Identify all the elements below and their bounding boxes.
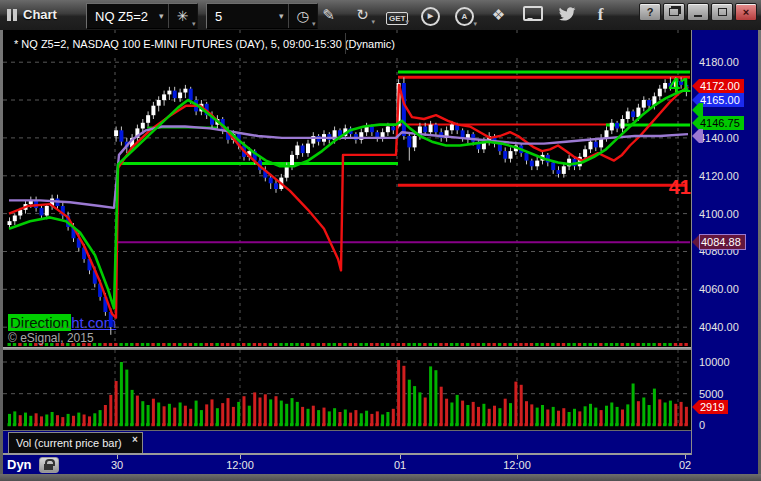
refresh-icon: ↻ — [356, 6, 369, 23]
chevron-down-icon: ▾ — [371, 18, 375, 26]
copyright-notice: © eSignal, 2015 — [8, 331, 94, 345]
time-axis-label: 01 — [394, 459, 406, 471]
volume-axis-label: 5000 — [699, 388, 723, 400]
price-axis-label: 4100.00 — [699, 208, 739, 220]
facebook-icon: f — [598, 5, 604, 24]
close-button[interactable]: × — [735, 3, 757, 21]
interval-dropdown[interactable]: 5 ▾ — [207, 4, 288, 28]
clock-icon: ◷ — [296, 8, 308, 24]
window-title: Chart — [23, 7, 57, 22]
twitter-icon — [558, 7, 576, 21]
time-axis-label: 30 — [111, 459, 123, 471]
symbol-value: NQ Z5=2 — [95, 9, 153, 24]
tab-volume-study[interactable]: Vol (current price bar) × — [8, 432, 143, 453]
title-bar[interactable]: Chart NQ Z5=2 ▾ ✳ ▾ 5 ▾ ◷ ▾ ✎ ↻▾ G — [0, 0, 761, 30]
minimize-button[interactable] — [687, 3, 709, 21]
diamond-arrows-icon: ❖ — [492, 6, 505, 23]
time-axis[interactable]: Dyn 3012:000112:0002 — [3, 455, 758, 474]
strategy-button[interactable]: ❖ — [488, 6, 509, 24]
price-chart-canvas[interactable]: 4141 — [3, 30, 691, 350]
volume-chart-canvas[interactable] — [3, 350, 691, 430]
indicator-tab-row: Vol (current price bar) × — [3, 430, 691, 455]
volume-axis-label: 10000 — [699, 356, 730, 368]
chat-button[interactable] — [522, 6, 543, 24]
chevron-down-icon: ▾ — [192, 20, 196, 28]
dynamic-mode-label: Dyn — [7, 457, 32, 472]
chevron-down-icon: ▾ — [279, 11, 284, 21]
play-icon: ▶ — [421, 7, 440, 26]
get-data-button[interactable]: GET▾ — [386, 7, 407, 24]
window-buttons: ? × — [639, 3, 757, 21]
svg-text:41: 41 — [669, 176, 691, 198]
chevron-down-icon: ▾ — [159, 11, 164, 21]
twitter-share-button[interactable] — [556, 7, 577, 24]
close-icon[interactable]: × — [132, 434, 138, 445]
maximize-icon — [718, 8, 727, 16]
lock-button[interactable] — [39, 457, 59, 473]
dock-button[interactable] — [663, 3, 685, 21]
pane-splitter[interactable] — [3, 347, 758, 350]
maximize-button[interactable] — [711, 3, 733, 21]
dock-icon — [669, 8, 679, 16]
chevron-down-icon: ▾ — [405, 18, 409, 26]
chevron-down-icon: ▾ — [312, 20, 316, 28]
price-axis-label: 4120.00 — [699, 170, 739, 182]
price-axis-label: 4060.00 — [699, 283, 739, 295]
symbol-dropdown[interactable]: NQ Z5=2 ▾ — [87, 4, 168, 28]
volume-axis-label: 0 — [699, 419, 705, 431]
facebook-share-button[interactable]: f — [590, 5, 611, 25]
help-button[interactable]: ? — [639, 3, 661, 21]
time-axis-label: 12:00 — [226, 459, 254, 471]
time-axis-label: 02 — [679, 459, 691, 471]
auto-trade-button[interactable]: A▾ — [454, 5, 475, 26]
refresh-button[interactable]: ↻▾ — [352, 6, 373, 24]
chart-window-icon — [7, 9, 17, 21]
svg-text:41: 41 — [669, 74, 691, 96]
replay-button[interactable]: ▶ — [420, 4, 441, 26]
symbol-control-group: NQ Z5=2 ▾ ✳ ▾ — [86, 3, 198, 29]
toolbar-icons: ✎ ↻▾ GET▾ ▶ A▾ ❖ f — [318, 0, 611, 30]
symbol-settings-button[interactable]: ✳ ▾ — [168, 4, 197, 28]
window-border-bottom — [0, 474, 761, 481]
price-axis[interactable]: 4180.004160.004140.004120.004100.004080.… — [691, 30, 758, 455]
time-axis-label: 12:00 — [503, 459, 531, 471]
interval-value: 5 — [215, 9, 273, 24]
minimize-icon — [694, 15, 702, 17]
pencil-icon: ✎ — [322, 6, 335, 23]
gear-icon: ✳ — [177, 8, 189, 24]
price-axis-label: 4180.00 — [699, 56, 739, 68]
window-border-left — [0, 30, 3, 474]
chart-symbol-header: * NQ Z5=2, NASDAQ 100 E-MINI FUTURES (DA… — [8, 33, 686, 54]
tab-label: Vol (current price bar) — [16, 437, 122, 449]
interval-control-group: 5 ▾ ◷ ▾ — [206, 3, 318, 29]
symbol-header-text: * NQ Z5=2, NASDAQ 100 E-MINI FUTURES (DA… — [8, 33, 686, 50]
chart-window: Chart NQ Z5=2 ▾ ✳ ▾ 5 ▾ ◷ ▾ ✎ ↻▾ G — [0, 0, 761, 481]
chevron-down-icon: ▾ — [473, 20, 477, 28]
draw-tool-button[interactable]: ✎ — [318, 6, 339, 24]
time-template-button[interactable]: ◷ ▾ — [288, 4, 317, 28]
speech-bubble-icon — [523, 6, 543, 21]
price-axis-label: 4040.00 — [699, 321, 739, 333]
letter-a-icon: A — [455, 7, 474, 26]
price-axis-label: 4140.00 — [699, 132, 739, 144]
